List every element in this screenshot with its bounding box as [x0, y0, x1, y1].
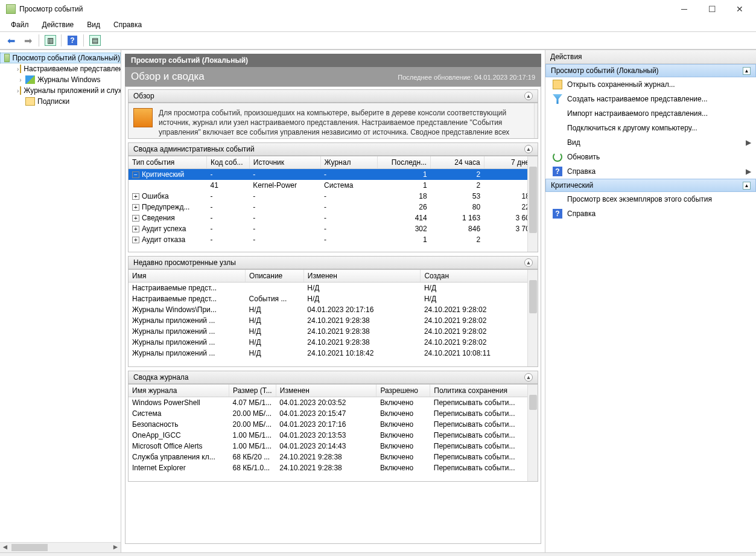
tree-root[interactable]: Просмотр событий (Локальный): [0, 53, 121, 63]
expander-icon[interactable]: ›: [17, 66, 19, 72]
recent-nodes-header[interactable]: Недавно просмотренные узлы ▲: [128, 256, 538, 269]
show-hide-actions-button[interactable]: ▤: [87, 33, 102, 48]
menu-help[interactable]: Справка: [107, 19, 148, 30]
action-item[interactable]: Создать настраиваемое представление...: [545, 92, 756, 106]
title-bar: Просмотр событий ─ ☐ ✕: [0, 0, 756, 18]
table-row[interactable]: +Предупрежд...---2680221: [129, 202, 538, 212]
menu-action[interactable]: Действие: [36, 19, 80, 30]
toolbar: ⬅ ➡ ▥ ? ▤: [0, 31, 756, 50]
action-item[interactable]: Подключиться к другому компьютеру...: [545, 121, 756, 135]
toolbar-separator: [83, 34, 84, 46]
action-item[interactable]: ?Справка▶: [545, 164, 756, 179]
tree-horizontal-scrollbar[interactable]: ◄►: [0, 542, 121, 552]
table-row[interactable]: Безопасность20.00 МБ/...04.01.2023 20:17…: [129, 419, 538, 430]
content-header: Просмотр событий (Локальный): [125, 54, 541, 67]
chevron-up-icon[interactable]: ▲: [743, 182, 751, 190]
table-row[interactable]: Internet Explorer68 КБ/1.0...24.10.2021 …: [129, 462, 538, 473]
folder-icon: [20, 65, 21, 73]
table-row[interactable]: Служба управления кл...68 КБ/20 ...24.10…: [129, 452, 538, 462]
table-row[interactable]: Журналы приложений ...Н/Д24.10.2021 10:1…: [129, 348, 538, 359]
menu-bar: Файл Действие Вид Справка: [0, 18, 756, 31]
expand-icon[interactable]: +: [132, 193, 139, 200]
vertical-scrollbar[interactable]: [527, 270, 538, 366]
tree-app-service-logs[interactable]: › Журналы приложений и служб: [0, 85, 121, 96]
vertical-scrollbar[interactable]: [527, 156, 538, 252]
log-summary-header[interactable]: Сводка журнала ▲: [128, 371, 538, 384]
tree-windows-logs[interactable]: › Журналы Windows: [0, 74, 121, 85]
table-row[interactable]: Журналы приложений ...Н/Д24.10.2021 9:28…: [129, 337, 538, 348]
action-item[interactable]: Обновить: [545, 150, 756, 164]
table-row[interactable]: Microsoft Office Alerts1.00 МБ/1...04.01…: [129, 441, 538, 452]
table-row[interactable]: +Аудит успеха---3028463 706: [129, 223, 538, 234]
overview-scrollbar[interactable]: [534, 103, 538, 138]
expand-icon[interactable]: −: [132, 171, 139, 178]
table-row[interactable]: Журналы Windows\При...Н/Д04.01.2023 20:1…: [129, 304, 538, 315]
refresh-icon: [553, 152, 562, 162]
table-row[interactable]: Система20.00 МБ/...04.01.2023 20:15:47Вк…: [129, 408, 538, 419]
action-item[interactable]: ?Справка: [545, 206, 756, 221]
table-row[interactable]: Журналы приложений ...Н/Д24.10.2021 9:28…: [129, 326, 538, 337]
action-item[interactable]: Вид▶: [545, 135, 756, 150]
windows-icon: [25, 75, 35, 84]
action-group-critical[interactable]: Критический ▲: [545, 179, 756, 192]
table-row[interactable]: +Сведения---4141 1633 600: [129, 212, 538, 223]
show-hide-tree-button[interactable]: ▥: [43, 33, 57, 48]
chevron-up-icon[interactable]: ▲: [524, 258, 533, 267]
navigation-tree[interactable]: Просмотр событий (Локальный) › Настраива…: [0, 50, 121, 552]
expander-icon[interactable]: ›: [17, 88, 19, 94]
table-row[interactable]: +Аудит отказа---125: [129, 234, 538, 245]
vertical-scrollbar[interactable]: [527, 385, 538, 481]
subscription-icon: [25, 97, 35, 106]
expand-icon[interactable]: +: [132, 226, 139, 232]
content-subheader: Обзор и сводка Последнее обновление: 04.…: [125, 67, 541, 86]
log-summary-table[interactable]: Имя журналаРазмер (Т...ИзмененРазрешеноП…: [128, 384, 538, 482]
chevron-up-icon[interactable]: ▲: [524, 92, 533, 100]
menu-view[interactable]: Вид: [81, 19, 106, 30]
expand-icon[interactable]: +: [132, 215, 139, 222]
minimize-button[interactable]: ─: [670, 0, 698, 18]
admin-summary-table[interactable]: Тип событияКод соб...ИсточникЖурналПосле…: [128, 156, 538, 252]
chevron-up-icon[interactable]: ▲: [743, 67, 751, 75]
expand-icon[interactable]: +: [132, 204, 139, 211]
table-row[interactable]: Настраиваемые предст...События ...Н/ДН/Д: [129, 293, 538, 304]
help-button[interactable]: ?: [65, 33, 80, 48]
chevron-up-icon[interactable]: ▲: [524, 373, 533, 382]
expand-icon[interactable]: +: [132, 237, 139, 243]
menu-file[interactable]: Файл: [5, 19, 35, 30]
action-item[interactable]: Открыть сохраненный журнал...: [545, 77, 756, 92]
forward-button[interactable]: ➡: [21, 33, 35, 48]
app-icon: [6, 4, 16, 14]
close-button[interactable]: ✕: [726, 0, 754, 18]
chevron-up-icon[interactable]: ▲: [524, 145, 533, 153]
table-row[interactable]: Настраиваемые предст...Н/ДН/Д: [129, 283, 538, 294]
subtitle: Обзор и сводка: [131, 71, 205, 83]
action-item[interactable]: Просмотр всех экземпляров этого события: [545, 192, 756, 206]
admin-summary-header[interactable]: Сводка административных событий ▲: [128, 142, 538, 156]
table-row[interactable]: 41Kernel-PowerСистема124: [129, 180, 538, 191]
expander-icon[interactable]: ›: [17, 77, 24, 83]
folder-icon: [20, 86, 21, 95]
action-label: Справка: [567, 167, 596, 176]
help-icon: ?: [553, 167, 562, 176]
overview-section-header[interactable]: Обзор ▲: [128, 89, 538, 103]
tree-custom-views[interactable]: › Настраиваемые представления: [0, 63, 121, 74]
action-group-local[interactable]: Просмотр событий (Локальный) ▲: [545, 64, 756, 77]
blank-icon: [553, 194, 562, 204]
back-button[interactable]: ⬅: [4, 33, 18, 48]
table-row[interactable]: OneApp_IGCC1.00 МБ/1...04.01.2023 20:13:…: [129, 430, 538, 441]
recent-nodes-table[interactable]: ИмяОписаниеИзмененСозданНастраиваемые пр…: [128, 269, 538, 367]
tree-subscriptions[interactable]: Подписки: [0, 96, 121, 107]
actions-header: Действия: [545, 50, 756, 64]
table-row[interactable]: Журналы приложений ...Н/Д24.10.2021 9:28…: [129, 315, 538, 326]
blank-icon: [553, 138, 562, 147]
maximize-button[interactable]: ☐: [698, 0, 726, 18]
main-content: Просмотр событий (Локальный) Обзор и сво…: [121, 50, 545, 552]
table-row[interactable]: −Критический---124: [129, 169, 538, 181]
table-row[interactable]: +Ошибка---1853180: [129, 191, 538, 202]
action-label: Импорт настраиваемого представления...: [567, 109, 708, 118]
chevron-right-icon: ▶: [746, 167, 751, 176]
overview-icon: [133, 108, 153, 127]
action-label: Просмотр всех экземпляров этого события: [567, 195, 712, 203]
table-row[interactable]: Windows PowerShell4.07 МБ/1...04.01.2023…: [129, 397, 538, 409]
action-item[interactable]: Импорт настраиваемого представления...: [545, 106, 756, 121]
